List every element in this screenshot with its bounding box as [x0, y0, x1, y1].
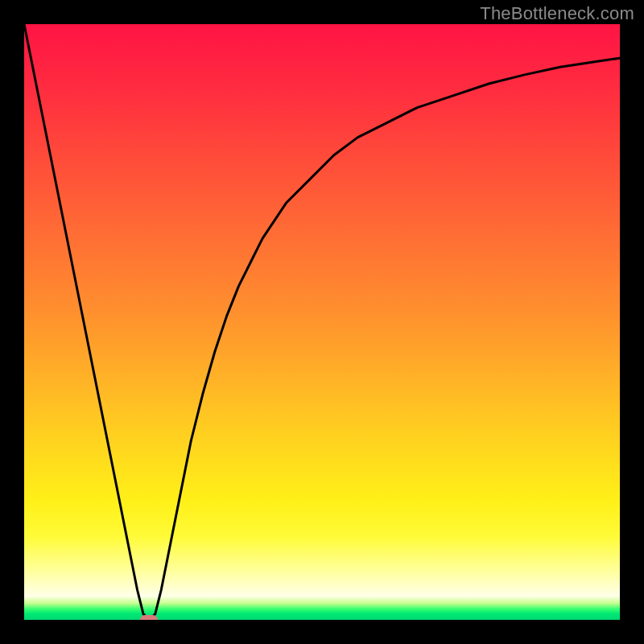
minimum-marker	[140, 615, 158, 620]
bottleneck-curve	[24, 24, 620, 620]
plot-area	[24, 24, 620, 620]
watermark-text: TheBottleneck.com	[480, 3, 634, 24]
chart-frame: TheBottleneck.com	[0, 0, 644, 644]
